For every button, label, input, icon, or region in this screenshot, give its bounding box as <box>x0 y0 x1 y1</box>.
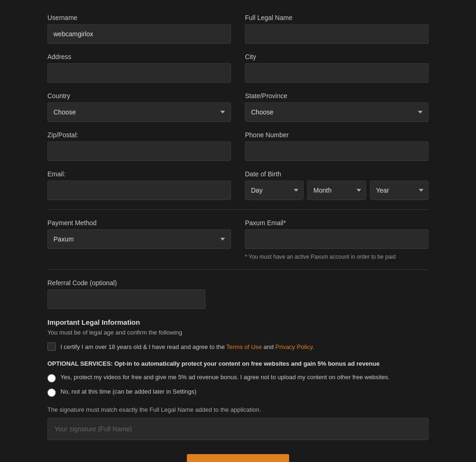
radio-no-row: No, not at this time (can be added later… <box>47 388 429 397</box>
address-label: Address <box>47 53 231 60</box>
opt-yes-label: Yes, protect my videos for free and give… <box>60 374 390 381</box>
dob-label: Date of Birth <box>245 170 429 178</box>
optional-services-section: OPTIONAL SERVICES: Opt-in to automatical… <box>47 360 429 397</box>
dob-selects: Day Month Year <box>245 181 429 200</box>
signature-input[interactable] <box>47 418 429 440</box>
paxum-note: * You must have an active Paxum account … <box>245 254 429 260</box>
email-label: Email: <box>47 170 231 178</box>
group-city: City <box>245 53 429 83</box>
country-select[interactable]: Choose <box>47 102 231 122</box>
opt-no-radio[interactable] <box>47 388 56 397</box>
referral-section: Referral Code (optional) <box>47 279 429 309</box>
referral-label: Referral Code (optional) <box>47 279 205 287</box>
username-label: Username <box>47 14 231 21</box>
group-email: Email: <box>47 170 231 200</box>
row-email-dob: Email: Date of Birth Day Month Year <box>47 170 429 200</box>
phone-input[interactable] <box>245 141 429 161</box>
group-country: Country Choose <box>47 92 231 122</box>
group-paxum-email: Paxum Email* * You must have an active P… <box>245 219 429 260</box>
group-payment-method: Payment Method Paxum <box>47 219 231 260</box>
row-username-fullname: Username Full Legal Name <box>47 14 429 44</box>
privacy-link[interactable]: Privacy Policy <box>275 343 312 350</box>
row-country-state: Country Choose State/Province Choose <box>47 92 429 122</box>
row-zip-phone: Zip/Postal: Phone Number <box>47 131 429 161</box>
group-address: Address <box>47 53 231 83</box>
full-legal-name-label: Full Legal Name <box>245 14 429 21</box>
signature-section: The signature must match exactly the Ful… <box>47 406 429 440</box>
username-input[interactable] <box>47 24 231 44</box>
phone-label: Phone Number <box>245 131 429 139</box>
group-phone: Phone Number <box>245 131 429 161</box>
certify-checkbox-row: I certify I am over 18 years old & I hav… <box>47 342 429 351</box>
radio-yes-row: Yes, protect my videos for free and give… <box>47 374 429 382</box>
divider-1 <box>47 209 429 210</box>
zip-input[interactable] <box>47 141 231 161</box>
payment-method-label: Payment Method <box>47 219 231 227</box>
certify-checkbox[interactable] <box>47 342 56 351</box>
email-input[interactable] <box>47 181 231 200</box>
referral-input[interactable] <box>47 289 205 309</box>
terms-link[interactable]: Terms of Use <box>226 343 262 350</box>
signature-note: The signature must match exactly the Ful… <box>47 406 429 413</box>
divider-2 <box>47 269 429 270</box>
legal-subtitle: You must be of legal age and confirm the… <box>47 329 429 336</box>
opt-yes-radio[interactable] <box>47 374 56 382</box>
paxum-email-input[interactable] <box>245 229 429 249</box>
country-label: Country <box>47 92 231 100</box>
form-container: Username Full Legal Name Address City Co… <box>38 9 438 462</box>
dob-year-select[interactable]: Year <box>370 181 429 200</box>
address-input[interactable] <box>47 63 231 83</box>
city-input[interactable] <box>245 63 429 83</box>
legal-section: Important Legal Information You must be … <box>47 318 429 351</box>
full-legal-name-input[interactable] <box>245 24 429 44</box>
group-dob: Date of Birth Day Month Year <box>245 170 429 200</box>
zip-label: Zip/Postal: <box>47 131 231 139</box>
payment-method-select[interactable]: Paxum <box>47 229 231 249</box>
and-text: and <box>262 343 275 350</box>
proceed-button[interactable]: PROCEED TO ID UPLOADER <box>187 454 289 462</box>
group-referral: Referral Code (optional) <box>47 279 205 309</box>
dob-day-select[interactable]: Day <box>245 181 304 200</box>
state-select[interactable]: Choose <box>245 102 429 122</box>
city-label: City <box>245 53 429 60</box>
group-username: Username <box>47 14 231 44</box>
row-address-city: Address City <box>47 53 429 83</box>
dob-month-select[interactable]: Month <box>307 181 366 200</box>
certify-text: I certify I am over 18 years old & I hav… <box>60 343 226 350</box>
group-zip: Zip/Postal: <box>47 131 231 161</box>
row-payment-paxum: Payment Method Paxum Paxum Email* * You … <box>47 219 429 260</box>
certify-label: I certify I am over 18 years old & I hav… <box>60 343 314 350</box>
optional-banner: OPTIONAL SERVICES: Opt-in to automatical… <box>47 360 429 367</box>
group-state: State/Province Choose <box>245 92 429 122</box>
legal-title: Important Legal Information <box>47 318 429 326</box>
opt-no-label: No, not at this time (can be added later… <box>60 388 197 395</box>
paxum-email-label: Paxum Email* <box>245 219 429 227</box>
state-label: State/Province <box>245 92 429 100</box>
group-full-legal-name: Full Legal Name <box>245 14 429 44</box>
period: . <box>312 343 314 350</box>
